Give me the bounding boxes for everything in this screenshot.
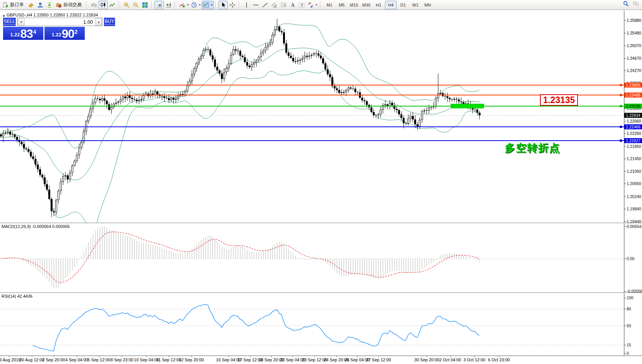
buy-button[interactable]: BUY	[104, 18, 115, 26]
toolbar-separator	[239, 1, 241, 9]
arrows-button[interactable]: ▾	[306, 1, 318, 9]
zoom-in-button[interactable]	[122, 1, 131, 9]
profile-button[interactable]	[36, 1, 45, 9]
macd-tick-mark	[624, 291, 626, 292]
collapse-arrow-icon[interactable]: ▲	[2, 14, 5, 17]
candles-icon	[100, 2, 106, 8]
line-chart-button[interactable]	[108, 1, 117, 9]
text-button[interactable]: A	[288, 1, 297, 9]
auto-scroll-button[interactable]	[155, 1, 164, 9]
price-tick-mark	[624, 184, 626, 184]
timeframe-d1-button[interactable]: D1	[397, 1, 409, 9]
crosshair-button[interactable]	[228, 1, 237, 9]
macd-axis-label: 0.005543	[627, 224, 642, 229]
time-axis[interactable]: 29 Aug 201930 Aug 12:002 Sep 20:004 Sep …	[0, 356, 642, 364]
rsi-axis-label: 80	[627, 307, 631, 311]
trendline-button[interactable]	[260, 1, 270, 9]
zoom-out-icon	[133, 2, 139, 8]
price-tick-label: 1.21450	[627, 156, 641, 161]
volume-stepper: ▼ ▲	[17, 18, 102, 26]
price-tick-mark	[624, 133, 626, 134]
styler-button[interactable]	[26, 1, 36, 9]
chevron-down-icon[interactable]: ▾	[187, 3, 189, 7]
time-axis-label: 4 Sep 04:00	[65, 357, 88, 362]
rsi-axis-label: 15	[627, 343, 631, 347]
time-tick-mark	[499, 356, 499, 357]
zoom-out-button[interactable]	[131, 1, 140, 9]
chart-shift-button[interactable]	[164, 1, 173, 9]
templates-button[interactable]: ▾	[202, 1, 214, 9]
time-tick-mark	[379, 356, 379, 357]
timeframe-mn-button[interactable]: MN	[422, 1, 433, 9]
time-tick-mark	[169, 356, 169, 357]
text-label-button[interactable]: T	[297, 1, 306, 9]
volume-input[interactable]	[25, 18, 95, 26]
price-tick-mark	[624, 209, 626, 209]
cursor-button[interactable]	[219, 1, 228, 9]
one-click-trading-panel: SELL ▼ ▲ BUY 1.22834 1.22902	[3, 18, 85, 40]
auto-trading-button[interactable]: 自动交易	[54, 1, 84, 9]
cursor-icon	[220, 2, 226, 8]
time-tick-mark	[357, 356, 357, 357]
timeframe-h4-button[interactable]: H4	[385, 1, 397, 9]
chevron-down-icon[interactable]: ▾	[199, 3, 201, 7]
timeframe-m15-button[interactable]: M15	[348, 1, 360, 9]
candlestick-chart-button[interactable]	[99, 1, 108, 9]
macd-label: MACD(12,26,9) -0.000564 0.000065	[2, 224, 70, 229]
tile-windows-button[interactable]	[140, 1, 150, 9]
time-tick-mark	[77, 356, 77, 357]
bar-chart-button[interactable]	[89, 1, 99, 9]
timeframe-m30-button[interactable]: M30	[361, 1, 372, 9]
rsi-canvas[interactable]	[0, 293, 624, 356]
timeframe-m1-button[interactable]: M1	[324, 1, 335, 9]
time-axis-label: 2 Oct 04:00	[440, 357, 461, 362]
toolbar: 新订单自动交易▾▾▾EFAT▾M1M5M15M30H1H4D1W1MN	[0, 0, 642, 10]
toolbar-separator	[215, 1, 218, 9]
toolbar-separator	[320, 1, 323, 9]
horizontal-line-button[interactable]	[251, 1, 260, 9]
toolbar-separator	[174, 1, 177, 9]
rsi-tick-mark	[624, 353, 626, 354]
chevron-down-icon[interactable]: ▾	[316, 3, 317, 7]
price-callout-box: 1.23135	[540, 94, 578, 106]
buy-price[interactable]: 1.22902	[44, 27, 85, 40]
macd-axis-label: -0.005583	[627, 289, 642, 293]
chart-title: ▲GBPUSD-,H4 1.22850 1.22850 1.22822 1.22…	[2, 13, 98, 17]
search-button[interactable]	[623, 1, 629, 7]
news-button[interactable]	[45, 1, 54, 9]
time-tick-mark	[336, 356, 337, 357]
price-chart-canvas[interactable]	[0, 11, 624, 223]
price-tick-mark	[624, 159, 626, 159]
svg-text:E: E	[275, 5, 277, 8]
macd-canvas[interactable]	[0, 223, 624, 292]
chevron-down-icon[interactable]: ▾	[211, 3, 212, 7]
price-tag: 1.22834	[624, 113, 642, 118]
crosshair-icon	[229, 2, 235, 8]
fibonacci-button[interactable]: F	[279, 1, 288, 9]
price-tick-mark	[624, 197, 626, 197]
volume-decrease-button[interactable]: ▼	[18, 18, 25, 26]
indicators-button[interactable]: ▾	[178, 1, 190, 9]
community-button[interactable]	[633, 1, 639, 7]
rsi-tick-mark	[624, 345, 626, 345]
periods-button[interactable]: ▾	[190, 1, 202, 9]
channel-button[interactable]: E	[270, 1, 279, 9]
price-tick-label: 1.20650	[627, 181, 641, 186]
price-tick-label: 1.20240	[627, 194, 641, 199]
sell-price[interactable]: 1.22834	[3, 27, 43, 40]
price-tag: 1.23488	[624, 93, 642, 98]
timeframe-h1-button[interactable]: H1	[373, 1, 384, 9]
volume-increase-button[interactable]: ▲	[95, 18, 102, 26]
rsi-axis-label: 100	[627, 295, 634, 300]
sell-button[interactable]: SELL	[3, 18, 16, 26]
new-order-button[interactable]: 新订单	[1, 1, 26, 9]
labelT-icon: T	[299, 2, 305, 8]
time-axis-label: 23 Sep 12:00	[302, 357, 327, 362]
doc-plus-icon	[2, 2, 8, 8]
timeframe-w1-button[interactable]: W1	[410, 1, 421, 9]
vertical-line-button[interactable]	[242, 1, 251, 9]
timeframe-m5-button[interactable]: M5	[336, 1, 347, 9]
price-tick-label: 1.19440	[627, 219, 641, 224]
shift-icon	[165, 2, 171, 8]
time-tick-mark	[147, 356, 147, 357]
